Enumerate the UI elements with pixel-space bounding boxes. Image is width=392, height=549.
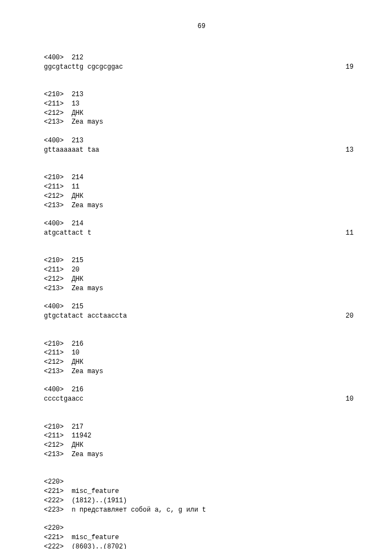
tag-line: <211> 11 xyxy=(44,182,359,192)
tag-line: <211> 10 xyxy=(44,348,359,358)
tag-line: <210> 217 xyxy=(44,423,359,432)
tag-line: <210> 213 xyxy=(44,90,359,99)
sequence-text: ggcgtacttg cgcgcggac xyxy=(44,63,123,72)
sequence-text: cccctgaacc xyxy=(44,395,83,404)
tag-line: <221> misc_feature xyxy=(44,487,359,496)
tag-line: <211> 11942 xyxy=(44,431,359,441)
tag-line: <400> 214 xyxy=(44,219,359,229)
tag-line: <400> 216 xyxy=(44,385,359,395)
sequence-listing-body: <400> 212ggcgtacttg cgcgcggac19<210> 213… xyxy=(44,53,359,549)
blank-line xyxy=(44,321,359,340)
sequence-count: 20 xyxy=(346,312,359,321)
sequence-line: gttaaaaaat taa13 xyxy=(44,146,359,155)
tag-line: <400> 215 xyxy=(44,302,359,312)
tag-line: <213> Zea mays xyxy=(44,118,359,127)
tag-line: <222> (8603)..(8702) xyxy=(44,542,359,549)
blank-line xyxy=(44,238,359,257)
blank-line xyxy=(44,127,359,136)
tag-line: <223> n представляет собой a, c, g или t xyxy=(44,506,359,515)
sequence-text: gttaaaaaat taa xyxy=(44,146,99,155)
blank-line xyxy=(44,155,359,174)
tag-line: <220> xyxy=(44,478,359,487)
tag-line: <212> ДНК xyxy=(44,192,359,201)
blank-line xyxy=(44,404,359,423)
tag-line: <220> xyxy=(44,524,359,533)
tag-line: <221> misc_feature xyxy=(44,533,359,542)
tag-line: <210> 214 xyxy=(44,173,359,182)
tag-line: <400> 212 xyxy=(44,53,359,63)
sequence-text: atgcattact t xyxy=(44,229,91,238)
tag-line: <212> ДНК xyxy=(44,358,359,367)
sequence-count: 11 xyxy=(346,229,359,238)
sequence-count: 10 xyxy=(346,395,359,404)
sequence-count: 13 xyxy=(346,146,359,155)
tag-line: <213> Zea mays xyxy=(44,450,359,459)
tag-line: <210> 216 xyxy=(44,340,359,349)
tag-line: <211> 20 xyxy=(44,265,359,275)
sequence-count: 19 xyxy=(346,63,359,72)
blank-line xyxy=(44,515,359,524)
tag-line: <222> (1812)..(1911) xyxy=(44,496,359,506)
tag-line: <212> ДНК xyxy=(44,441,359,450)
tag-line: <213> Zea mays xyxy=(44,284,359,293)
blank-line xyxy=(44,459,359,478)
sequence-text: gtgctatact acctaaccta xyxy=(44,312,127,321)
blank-line xyxy=(44,71,359,90)
tag-line: <213> Zea mays xyxy=(44,367,359,376)
sequence-line: cccctgaacc10 xyxy=(44,395,359,404)
document-page: 69 <400> 212ggcgtacttg cgcgcggac19<210> … xyxy=(0,0,392,549)
tag-line: <213> Zea mays xyxy=(44,201,359,210)
blank-line xyxy=(44,376,359,386)
page-number: 69 xyxy=(44,22,359,31)
tag-line: <400> 213 xyxy=(44,136,359,146)
tag-line: <212> ДНК xyxy=(44,275,359,284)
tag-line: <210> 215 xyxy=(44,256,359,265)
blank-line xyxy=(44,210,359,219)
sequence-line: gtgctatact acctaaccta20 xyxy=(44,312,359,321)
tag-line: <212> ДНК xyxy=(44,109,359,118)
sequence-line: ggcgtacttg cgcgcggac19 xyxy=(44,63,359,72)
tag-line: <211> 13 xyxy=(44,99,359,109)
sequence-line: atgcattact t11 xyxy=(44,229,359,238)
blank-line xyxy=(44,293,359,303)
